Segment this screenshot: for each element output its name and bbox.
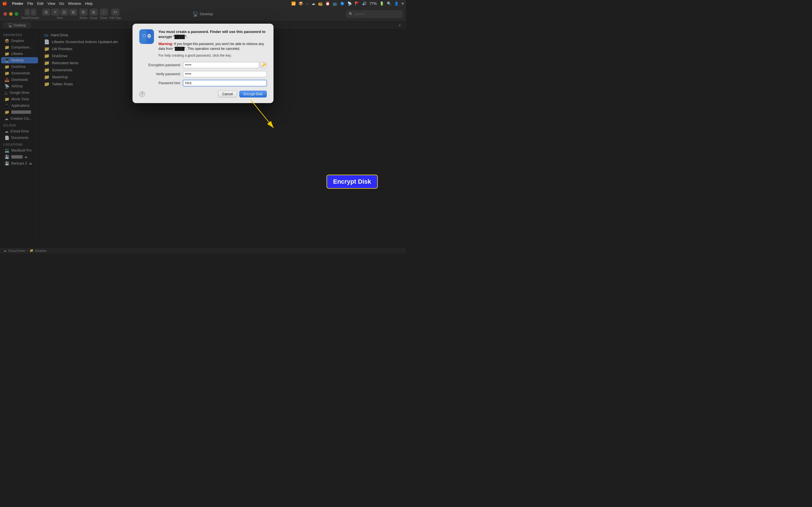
dialog-header: You must create a password. Finder will … (139, 29, 267, 57)
svg-point-7 (144, 35, 145, 36)
svg-point-9 (149, 35, 150, 36)
battery-percent: 77% (369, 1, 377, 6)
wifi2-icon[interactable]: 📡 (347, 1, 352, 6)
hint-row: Password hint: (139, 80, 267, 86)
verify-password-row: Verify password: (139, 71, 267, 77)
volume-icon[interactable]: 🔊 (362, 1, 366, 6)
menu-window[interactable]: Window (68, 1, 81, 6)
enc-password-input[interactable] (183, 62, 259, 68)
dropbox-icon[interactable]: 📦 (299, 1, 303, 6)
cloud-icon[interactable]: ☁ (312, 1, 315, 6)
radio-icon[interactable]: 📻 (318, 1, 322, 6)
hint-input-wrap (183, 80, 267, 86)
search-icon[interactable]: 🔍 (387, 1, 391, 6)
dialog-help-text: For help creating a good password, click… (158, 54, 267, 57)
finder-icon (139, 29, 154, 44)
dialog-title-section: You must create a password. Finder will … (158, 29, 267, 57)
battery-dots-icon: ··· (306, 1, 309, 6)
hint-label: Password hint: (139, 81, 183, 85)
flag-icon[interactable]: 🚩 (355, 1, 359, 6)
dialog-title: You must create a password. Finder will … (158, 29, 267, 40)
enc-password-label: Encryption password: (139, 63, 183, 67)
menu-bar: 🍎 Finder File Edit View Go Window Help 📶… (0, 0, 406, 7)
encrypt-disk-button[interactable]: Encrypt Disk (239, 91, 267, 98)
menu-go[interactable]: Go (59, 1, 64, 6)
menu-edit[interactable]: Edit (37, 1, 43, 6)
callout-box: Encrypt Disk (326, 175, 378, 189)
menu-view[interactable]: View (47, 1, 55, 6)
time-machine-icon[interactable]: ⏰ (325, 1, 330, 6)
callout-container: Encrypt Disk (326, 175, 378, 189)
dialog-warning: Warning: If you forget this password, yo… (158, 42, 267, 51)
dialog-fields: Encryption password: 🔑 Verify password: … (139, 62, 267, 86)
encrypt-dialog: You must create a password. Finder will … (133, 24, 273, 103)
wifi-icon[interactable]: 📶 (291, 1, 296, 6)
menu-finder[interactable]: Finder (12, 1, 23, 6)
bluetooth-icon[interactable]: 🔷 (340, 1, 345, 6)
callout-label: Encrypt Disk (333, 178, 371, 185)
svg-point-6 (143, 35, 144, 36)
verify-password-label: Verify password: (139, 72, 183, 76)
warning-label: Warning: (158, 42, 173, 46)
key-icon[interactable]: 🔑 (260, 62, 267, 68)
user-icon[interactable]: 👤 (394, 1, 399, 6)
apple-menu[interactable]: 🍎 (2, 1, 7, 6)
cancel-button[interactable]: Cancel (218, 91, 237, 98)
list-icon[interactable]: ≡ (402, 1, 404, 6)
help-button[interactable]: ? (139, 91, 145, 97)
warning-text: If you forget this password, you won't b… (158, 42, 264, 51)
verify-password-input-wrap (183, 71, 267, 77)
enc-password-input-wrap: 🔑 (183, 62, 267, 68)
hint-input[interactable] (183, 80, 267, 86)
svg-point-8 (148, 35, 149, 36)
dialog-footer: ? Cancel Encrypt Disk (139, 91, 267, 98)
airplay-icon[interactable]: 📺 (333, 1, 337, 6)
dialog-buttons: Cancel Encrypt Disk (218, 91, 267, 98)
battery-icon: 🔋 (379, 1, 384, 6)
enc-password-row: Encryption password: 🔑 (139, 62, 267, 68)
menu-file[interactable]: File (28, 1, 33, 6)
modal-overlay: You must create a password. Finder will … (0, 7, 406, 253)
verify-password-input[interactable] (183, 71, 267, 77)
menu-help[interactable]: Help (85, 1, 93, 6)
